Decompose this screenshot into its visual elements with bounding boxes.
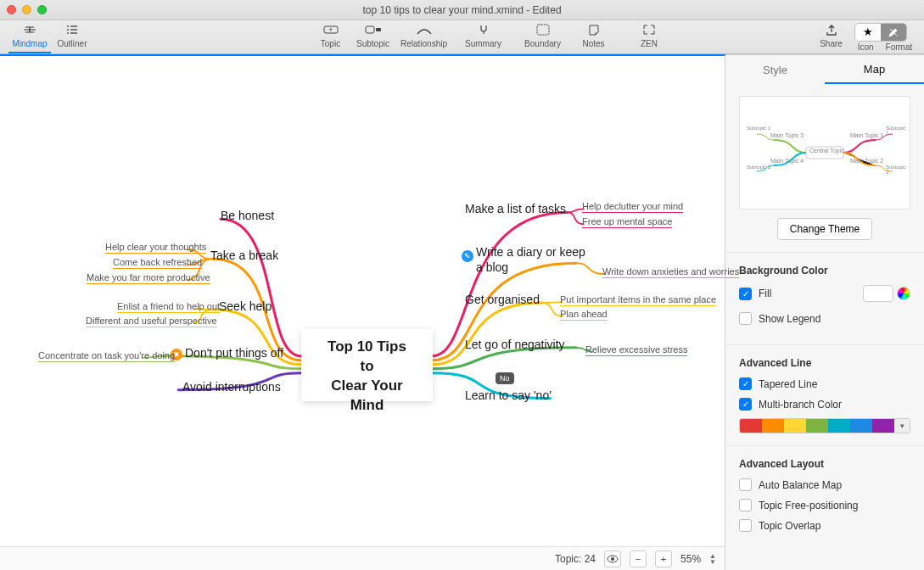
boundary-button[interactable]: Boundary bbox=[513, 21, 573, 53]
topic-overlap-label: Topic Overlap bbox=[759, 520, 820, 532]
view-mindmap-label: Mindmap bbox=[12, 39, 47, 48]
visibility-toggle[interactable] bbox=[604, 550, 621, 567]
sub-useful-perspective[interactable]: Different and useful perspective bbox=[86, 316, 217, 327]
fill-label: Fill bbox=[759, 288, 771, 299]
sub-write-anxieties[interactable]: Write down anxieties and worries bbox=[602, 266, 739, 278]
show-legend-checkbox[interactable] bbox=[739, 312, 752, 325]
relationship-icon bbox=[416, 21, 433, 38]
sub-enlist-friend[interactable]: Enlist a friend to help out bbox=[117, 301, 220, 313]
change-theme-button[interactable]: Change Theme bbox=[777, 218, 873, 240]
boundary-icon bbox=[536, 21, 550, 38]
branch-make-list[interactable]: Make a list of tasks bbox=[465, 202, 566, 215]
svg-rect-4 bbox=[376, 28, 381, 31]
format-tab-button[interactable] bbox=[881, 24, 906, 41]
theme-preview: Central Topic Main Topic 3 Main Topic 4 … bbox=[739, 96, 910, 210]
show-legend-label: Show Legend bbox=[759, 313, 820, 325]
svg-point-7 bbox=[611, 557, 614, 561]
branch-be-honest[interactable]: Be honest bbox=[221, 209, 274, 222]
sub-more-productive[interactable]: Make you far more productive bbox=[87, 272, 210, 284]
auto-balance-checkbox[interactable] bbox=[739, 478, 752, 491]
share-icon bbox=[826, 21, 837, 38]
sub-declutter[interactable]: Help declutter your mind bbox=[582, 201, 683, 213]
view-outliner-label: Outliner bbox=[57, 39, 87, 48]
inspector-panel: Style Map Central Topic Main Topic 3 bbox=[725, 54, 924, 570]
zoom-out-button[interactable]: − bbox=[630, 550, 647, 567]
format-tab-label: Format bbox=[886, 42, 913, 52]
panel-tab-map[interactable]: Map bbox=[825, 55, 924, 84]
canvas-footer: Topic: 24 − + 55% ▲▼ bbox=[0, 546, 725, 570]
summary-button[interactable]: Summary bbox=[454, 21, 513, 53]
mindmap-icon bbox=[22, 21, 37, 38]
panel-tab-style[interactable]: Style bbox=[725, 55, 825, 84]
svg-rect-3 bbox=[366, 26, 374, 33]
zoom-in-button[interactable]: + bbox=[655, 550, 672, 567]
fill-color-swatch[interactable] bbox=[863, 285, 893, 302]
relationship-button[interactable]: Relationship bbox=[395, 21, 454, 53]
fill-checkbox[interactable] bbox=[739, 288, 752, 300]
notes-icon bbox=[588, 21, 600, 38]
sub-help-clear-thoughts[interactable]: Help clear your thoughts bbox=[105, 242, 206, 254]
marker-diary[interactable]: ✎ bbox=[462, 250, 473, 262]
subtopic-button[interactable]: Subtopic bbox=[352, 21, 395, 53]
branch-take-a-break[interactable]: Take a break bbox=[210, 249, 278, 262]
multi-branch-label: Multi-branch Color bbox=[759, 399, 842, 411]
branch-negativity[interactable]: Let go of negativity bbox=[465, 338, 565, 351]
topic-count: Topic: 24 bbox=[555, 553, 596, 565]
branch-write-diary[interactable]: Write a diary or keep a blog bbox=[476, 244, 585, 275]
zoom-stepper[interactable]: ▲▼ bbox=[709, 553, 716, 565]
share-button[interactable]: Share bbox=[808, 21, 854, 53]
topic-icon: + bbox=[323, 21, 339, 38]
branch-get-organised[interactable]: Get organised bbox=[465, 293, 540, 306]
svg-point-0 bbox=[29, 28, 31, 31]
icon-tab-label: Icon bbox=[858, 42, 874, 52]
svg-text:+: + bbox=[328, 25, 333, 34]
topic-overlap-checkbox[interactable] bbox=[739, 519, 752, 532]
auto-balance-label: Auto Balance Map bbox=[759, 479, 842, 491]
no-tag[interactable]: No bbox=[496, 372, 514, 384]
mindmap-canvas[interactable]: Top 10 Tips to Clear Your Mind Be honest… bbox=[0, 54, 725, 570]
sub-come-back-refreshed[interactable]: Come back refreshed bbox=[113, 257, 202, 269]
bg-color-header: Background Color bbox=[739, 265, 910, 277]
branch-color-dropdown[interactable]: ▾ bbox=[739, 418, 910, 433]
window-titlebar: top 10 tips to clear your mind.xmind - E… bbox=[0, 0, 924, 20]
multi-branch-checkbox[interactable] bbox=[739, 398, 752, 411]
notes-button[interactable]: Notes bbox=[573, 21, 615, 53]
inspector-segmented[interactable]: ★ bbox=[854, 23, 907, 42]
sub-concentrate-task[interactable]: Concentrate on task you're doing bbox=[38, 350, 175, 362]
summary-icon bbox=[476, 21, 491, 38]
outliner-icon bbox=[65, 21, 79, 38]
zoom-level: 55% bbox=[680, 553, 701, 565]
toolbar: Mindmap Outliner + Topic Subtopic Relati… bbox=[0, 20, 924, 54]
svg-rect-5 bbox=[537, 25, 549, 35]
color-picker-button[interactable] bbox=[897, 287, 910, 300]
sub-free-mental[interactable]: Free up mental space bbox=[582, 216, 672, 228]
free-positioning-label: Topic Free-positioning bbox=[759, 500, 858, 511]
sub-important-items[interactable]: Put important items in the same place bbox=[560, 294, 716, 306]
free-positioning-checkbox[interactable] bbox=[739, 499, 752, 511]
adv-line-header: Advanced Line bbox=[739, 357, 910, 369]
window-title: top 10 tips to clear your mind.xmind - E… bbox=[0, 4, 924, 16]
topic-button[interactable]: + Topic bbox=[310, 21, 352, 53]
central-topic[interactable]: Top 10 Tips to Clear Your Mind bbox=[301, 329, 433, 401]
sub-plan-ahead[interactable]: Plan ahead bbox=[560, 309, 608, 321]
subtopic-icon bbox=[365, 21, 382, 38]
tapered-line-label: Tapered Line bbox=[759, 378, 817, 390]
view-switcher: Mindmap Outliner bbox=[8, 21, 93, 53]
sub-relieve-stress[interactable]: Relieve excessive stress bbox=[585, 344, 687, 356]
branch-avoid-interruptions[interactable]: Avoid interruptions bbox=[182, 380, 281, 394]
icon-tab-button[interactable]: ★ bbox=[855, 24, 881, 41]
tapered-line-checkbox[interactable] bbox=[739, 377, 752, 390]
adv-layout-header: Advanced Layout bbox=[739, 458, 910, 470]
branch-seek-help[interactable]: Seek help bbox=[219, 299, 272, 313]
branch-say-no[interactable]: Learn to say 'no' bbox=[465, 388, 552, 402]
branch-wires bbox=[0, 56, 725, 570]
branch-dont-put-off[interactable]: Don't put things off bbox=[185, 346, 283, 360]
view-mindmap-button[interactable]: Mindmap bbox=[8, 21, 51, 53]
zen-icon bbox=[642, 21, 656, 38]
chevron-down-icon: ▾ bbox=[894, 419, 910, 433]
view-outliner-button[interactable]: Outliner bbox=[51, 21, 93, 53]
zen-button[interactable]: ZEN bbox=[628, 21, 670, 53]
